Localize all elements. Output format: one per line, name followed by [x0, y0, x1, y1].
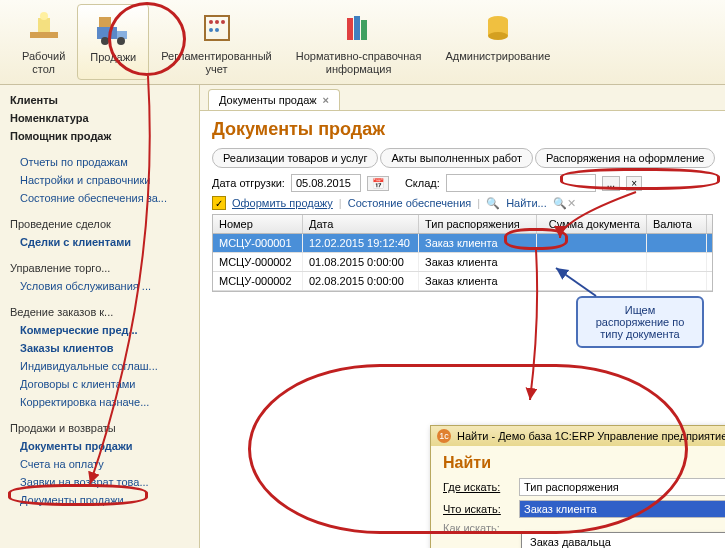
svg-point-9 [209, 20, 213, 24]
state-label[interactable]: Состояние обеспечения [348, 197, 472, 209]
col-date[interactable]: Дата [303, 215, 419, 233]
sidebar-group-trade: Управление торго... [0, 259, 195, 277]
svg-rect-3 [97, 27, 117, 39]
sidebar-correction[interactable]: Корректировка назначе... [4, 393, 195, 411]
svg-rect-14 [347, 18, 353, 40]
table-row[interactable]: МСЦУ-000001 12.02.2015 19:12:40 Заказ кл… [213, 234, 712, 253]
find-heading: Найти [443, 454, 725, 472]
svg-point-11 [221, 20, 225, 24]
svg-point-13 [215, 28, 219, 32]
tab-close-icon[interactable]: × [323, 94, 329, 106]
svg-point-19 [488, 32, 508, 40]
sidebar-client-deals[interactable]: Сделки с клиентами [4, 233, 195, 251]
tab-sale-docs[interactable]: Документы продаж × [208, 89, 340, 110]
sidebar-clients[interactable]: Клиенты [4, 91, 195, 109]
date-input[interactable] [291, 174, 361, 192]
subtab-acts[interactable]: Акты выполненных работ [380, 148, 533, 168]
svg-rect-16 [361, 20, 367, 40]
offer-label[interactable]: Оформить продажу [232, 197, 333, 209]
what-label: Что искать: [443, 503, 513, 515]
sidebar-supply-state[interactable]: Состояние обеспечения за... [4, 189, 195, 207]
where-label: Где искать: [443, 481, 513, 493]
svg-rect-7 [99, 17, 111, 27]
annotation-callout: Ищем распоряжение по типу документа [576, 296, 704, 348]
sidebar-sales-helper[interactable]: Помощник продаж [4, 127, 195, 145]
toolbar-reference[interactable]: Нормативно-справочная информация [284, 4, 434, 80]
date-label: Дата отгрузки: [212, 177, 285, 189]
find-dialog: 1c Найти - Демо база 1С:ERP Управление п… [430, 425, 725, 548]
dropdown-item[interactable]: Заказ давальца [522, 533, 725, 548]
page-title: Документы продаж [212, 119, 713, 140]
subtabs: Реализации товаров и услуг Акты выполнен… [212, 148, 713, 168]
sidebar-return-requests[interactable]: Заявки на возврат това... [4, 473, 195, 491]
svg-point-2 [40, 12, 48, 20]
wh-label: Склад: [405, 177, 440, 189]
col-number[interactable]: Номер [213, 215, 303, 233]
svg-rect-15 [354, 16, 360, 40]
tab-label: Документы продаж [219, 94, 317, 106]
col-currency[interactable]: Валюта [647, 215, 707, 233]
how-label: Как искать: [443, 522, 513, 534]
svg-point-6 [117, 37, 125, 45]
db-icon [478, 8, 518, 48]
data-grid: Номер Дата Тип распоряжения Сумма докуме… [212, 214, 713, 292]
calendar-icon[interactable]: 📅 [367, 176, 389, 191]
search-icon: 🔍 [486, 197, 500, 210]
subtab-realizations[interactable]: Реализации товаров и услуг [212, 148, 378, 168]
table-row[interactable]: МСЦУ-000002 02.08.2015 0:00:00 Заказ кли… [213, 272, 712, 291]
col-type[interactable]: Тип распоряжения [419, 215, 537, 233]
where-input[interactable]: Тип распоряжения [519, 478, 725, 496]
main-toolbar: Рабочий стол Продажи Регламентированный … [0, 0, 725, 85]
sidebar-sale-docs[interactable]: Документы продажи [4, 437, 195, 455]
table-row[interactable]: МСЦУ-000002 01.08.2015 0:00:00 Заказ кли… [213, 253, 712, 272]
find-button[interactable]: Найти... [506, 197, 547, 209]
what-input[interactable]: Заказ клиента [519, 500, 725, 518]
sidebar-group-orders: Ведение заказов к... [0, 303, 195, 321]
sidebar-group-deals: Проведение сделок [0, 215, 195, 233]
app-icon: 1c [437, 429, 451, 443]
sidebar-individual[interactable]: Индивидуальные соглаш... [4, 357, 195, 375]
sidebar-service-terms[interactable]: Условия обслуживания ... [4, 277, 195, 295]
toolbar-admin[interactable]: Администрирование [433, 4, 562, 80]
col-sum[interactable]: Сумма документа [537, 215, 647, 233]
what-dropdown: Заказ давальца Заказ клиента Заказ перер… [521, 532, 725, 548]
grid-header: Номер Дата Тип распоряжения Сумма докуме… [213, 215, 712, 234]
sidebar-group-sales-returns: Продажи и возвраты [0, 419, 195, 437]
toolbar-desktop[interactable]: Рабочий стол [10, 4, 77, 80]
offer-checkbox[interactable]: ✓ [212, 196, 226, 210]
wh-clear-button[interactable]: × [626, 176, 642, 191]
sidebar-commercial[interactable]: Коммерческие пред... [4, 321, 195, 339]
svg-rect-1 [38, 18, 50, 32]
toolbar-accounting[interactable]: Регламентированный учет [149, 4, 284, 80]
find-window-title: Найти - Демо база 1С:ERP Управление пред… [457, 430, 725, 442]
sidebar-invoices[interactable]: Счета на оплату [4, 455, 195, 473]
sidebar-contracts[interactable]: Договоры с клиентами [4, 375, 195, 393]
toolbar-sales[interactable]: Продажи [77, 4, 149, 80]
tabbar: Документы продаж × [200, 85, 725, 111]
clear-search-icon[interactable]: 🔍✕ [553, 197, 576, 210]
desk-icon [24, 8, 64, 48]
sidebar-sale-docs-2[interactable]: Документы продажи [4, 491, 195, 509]
wh-select-button[interactable]: ... [602, 176, 620, 191]
sidebar-settings[interactable]: Настройки и справочники [4, 171, 195, 189]
sidebar-reports[interactable]: Отчеты по продажам [4, 153, 195, 171]
sidebar-nomenclature[interactable]: Номенклатура [4, 109, 195, 127]
sidebar: Клиенты Номенклатура Помощник продаж Отч… [0, 85, 200, 548]
abacus-icon [197, 8, 237, 48]
subtab-orders-issue[interactable]: Распоряжения на оформление [535, 148, 715, 168]
books-icon [339, 8, 379, 48]
find-titlebar[interactable]: 1c Найти - Демо база 1С:ERP Управление п… [431, 426, 725, 446]
sidebar-client-orders[interactable]: Заказы клиентов [4, 339, 195, 357]
svg-point-5 [101, 37, 109, 45]
svg-point-10 [215, 20, 219, 24]
svg-point-12 [209, 28, 213, 32]
wh-input[interactable] [446, 174, 596, 192]
svg-rect-0 [30, 32, 58, 38]
truck-icon [93, 9, 133, 49]
